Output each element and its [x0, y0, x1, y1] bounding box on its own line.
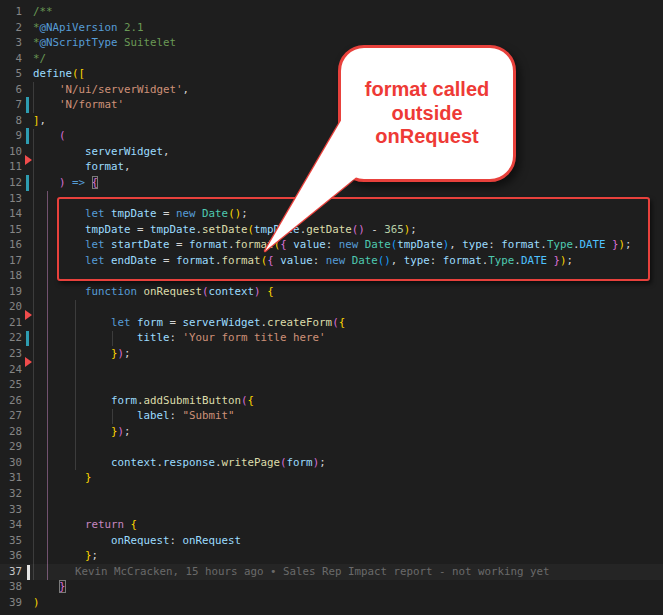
gutter-modified-indicator [26, 331, 29, 347]
code-line: /** [33, 4, 663, 20]
line-number[interactable]: 16 [0, 237, 22, 253]
gutter-modified-indicator [26, 97, 29, 113]
code-line [33, 502, 663, 518]
line-number[interactable]: 39 [0, 595, 22, 611]
code-line: *@NScriptType Suitelet [33, 35, 663, 51]
text-cursor [27, 565, 30, 580]
code-line: ) [33, 595, 663, 611]
gutter-deleted-indicator [25, 357, 32, 367]
code-line: ) => { [33, 175, 663, 191]
line-number[interactable]: 13 [0, 191, 22, 207]
line-number[interactable]: 30 [0, 455, 22, 471]
line-number[interactable]: 15 [0, 222, 22, 238]
code-line: }); [33, 346, 663, 362]
line-number[interactable]: 18 [0, 268, 22, 284]
line-number[interactable]: 24 [0, 362, 22, 378]
line-number[interactable]: 6 [0, 82, 22, 98]
line-number[interactable]: 21 [0, 315, 22, 331]
code-line [33, 299, 663, 315]
line-number[interactable]: 3 [0, 35, 22, 51]
line-number[interactable]: 10 [0, 144, 22, 160]
line-number[interactable]: 36 [0, 548, 22, 564]
line-number-gutter[interactable]: 1234567891011121314151617181920212223242… [0, 4, 22, 610]
code-line [33, 362, 663, 378]
line-number[interactable]: 38 [0, 579, 22, 595]
code-line: }; [33, 548, 663, 564]
code-line: onRequest: onRequest [33, 533, 663, 549]
callout-text-line: outside [391, 102, 462, 126]
line-number[interactable]: 19 [0, 284, 22, 300]
line-number[interactable]: 25 [0, 377, 22, 393]
line-number[interactable]: 7 [0, 97, 22, 113]
code-line [33, 377, 663, 393]
line-number[interactable]: 9 [0, 128, 22, 144]
line-number[interactable]: 23 [0, 346, 22, 362]
callout-text-line: onRequest [375, 125, 478, 149]
code-line: function onRequest(context) { [33, 284, 663, 300]
line-number[interactable]: 11 [0, 159, 22, 175]
code-line: label: "Submit" [33, 408, 663, 424]
code-line: *@NApiVersion 2.1 [33, 20, 663, 36]
line-number[interactable]: 1 [0, 4, 22, 20]
code-editor-window: 1234567891011121314151617181920212223242… [0, 0, 663, 615]
line-number[interactable]: 26 [0, 393, 22, 409]
gutter-deleted-indicator [25, 310, 32, 320]
line-number[interactable]: 28 [0, 424, 22, 440]
line-number[interactable]: 20 [0, 299, 22, 315]
callout-bubble: format called outside onRequest [338, 45, 516, 182]
gutter-modified-indicator [26, 175, 29, 191]
gutter-modified-indicator [26, 128, 29, 144]
line-number[interactable]: 8 [0, 113, 22, 129]
code-line: return { [33, 517, 663, 533]
code-line [33, 486, 663, 502]
callout-text-line: format called [365, 78, 489, 102]
line-number[interactable]: 27 [0, 408, 22, 424]
code-line: } [33, 579, 663, 595]
annotation-highlight-box [57, 197, 650, 281]
line-number[interactable]: 17 [0, 253, 22, 269]
line-number[interactable]: 34 [0, 517, 22, 533]
line-number[interactable]: 31 [0, 470, 22, 486]
line-number[interactable]: 33 [0, 502, 22, 518]
code-line [33, 439, 663, 455]
line-number[interactable]: 22 [0, 330, 22, 346]
line-number[interactable]: 29 [0, 439, 22, 455]
line-number[interactable]: 12 [0, 175, 22, 191]
code-line: context.response.writePage(form); [33, 455, 663, 471]
line-number[interactable]: 32 [0, 486, 22, 502]
git-blame-annotation: Kevin McCracken, 15 hours ago • Sales Re… [75, 564, 550, 580]
line-number[interactable]: 35 [0, 533, 22, 549]
line-number[interactable]: 5 [0, 66, 22, 82]
line-number[interactable]: 14 [0, 206, 22, 222]
code-line: title: 'Your form title here' [33, 330, 663, 346]
line-number[interactable]: 2 [0, 20, 22, 36]
line-number[interactable]: 4 [0, 51, 22, 67]
line-number[interactable]: 37 [0, 564, 22, 580]
gutter-deleted-indicator [25, 155, 32, 165]
code-line: let form = serverWidget.createForm({ [33, 315, 663, 331]
code-line: }); [33, 424, 663, 440]
code-line: } [33, 470, 663, 486]
code-line: form.addSubmitButton({ [33, 393, 663, 409]
